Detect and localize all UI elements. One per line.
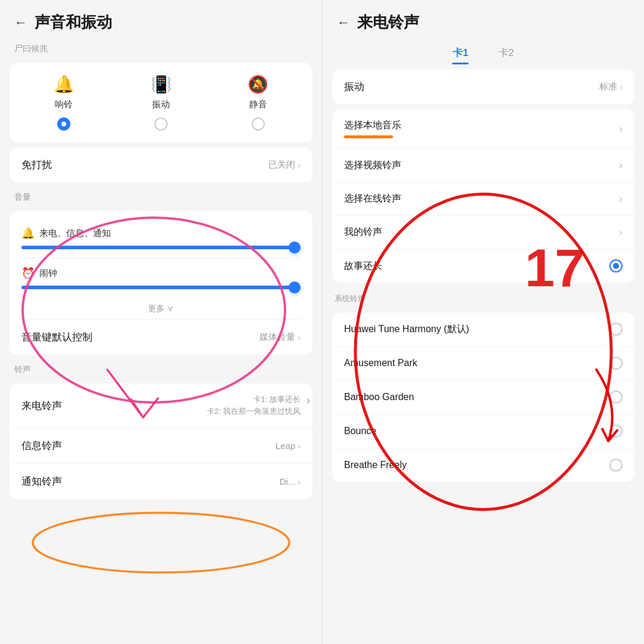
local-music-content: 选择本地音乐 bbox=[344, 119, 401, 138]
radio-4[interactable] bbox=[609, 459, 623, 472]
mode-selector: 🔔 响铃 📳 振动 🔕 静音 bbox=[10, 63, 312, 143]
call-volume-item: 🔔 来电、信息、通知 bbox=[21, 221, 301, 255]
call-ringtone-chevron: › bbox=[306, 394, 310, 407]
divider2 bbox=[21, 319, 301, 320]
local-music-row[interactable]: 选择本地音乐 › bbox=[332, 109, 634, 149]
message-ringtone-row[interactable]: 信息铃声 Leap › bbox=[10, 428, 312, 464]
notify-ringtone-label: 通知铃声 bbox=[21, 475, 62, 488]
online-ringtone-row[interactable]: 选择在线铃声 › bbox=[332, 182, 634, 216]
alarm-volume-slider[interactable] bbox=[21, 286, 301, 289]
message-ringtone-label: 信息铃声 bbox=[21, 439, 62, 453]
orange-progress-bar bbox=[344, 135, 393, 138]
call-volume-thumb[interactable] bbox=[289, 242, 301, 253]
right-header: ← 来电铃声 bbox=[323, 0, 644, 39]
video-ringtone-chevron: › bbox=[619, 159, 623, 172]
ringtone-name-3: Bounce bbox=[344, 426, 376, 436]
vibrate-chevron: › bbox=[620, 82, 623, 92]
local-music-chevron: › bbox=[619, 123, 623, 135]
mode-silent[interactable]: 🔕 静音 bbox=[209, 75, 306, 131]
alarm-volume-label: ⏰ 闹钟 bbox=[21, 267, 301, 280]
message-ringtone-value: Leap › bbox=[275, 441, 301, 451]
svg-point-1 bbox=[33, 513, 289, 572]
silent-label: 静音 bbox=[249, 99, 267, 110]
left-header: ← 声音和振动 bbox=[0, 0, 322, 39]
call-ringtone-row[interactable]: 来电铃声 卡1: 故事还长 卡2: 我在那一角落患过忧风 › bbox=[10, 383, 312, 428]
mode-vibrate[interactable]: 📳 振动 bbox=[113, 75, 210, 131]
tab-card1[interactable]: 卡1 bbox=[453, 46, 468, 64]
vibrate-label: 振动 bbox=[344, 80, 364, 94]
volume-section-label: 音量 bbox=[0, 187, 322, 206]
system-section-label: 系统铃声 bbox=[323, 287, 644, 308]
ringtone-label: 响铃 bbox=[55, 99, 73, 110]
volume-key-label: 音量键默认控制 bbox=[21, 330, 92, 344]
my-ringtone-label: 我的铃声 bbox=[344, 226, 382, 239]
more-button[interactable]: 更多 ∨ bbox=[21, 295, 301, 317]
alarm-volume-thumb[interactable] bbox=[289, 281, 301, 293]
tabs-row: 卡1 卡2 bbox=[323, 39, 644, 64]
story-radio[interactable] bbox=[609, 259, 623, 273]
dnd-chevron: › bbox=[298, 160, 301, 170]
ringtone-name-2: Bamboo Garden bbox=[344, 392, 414, 402]
tab-card2[interactable]: 卡2 bbox=[499, 46, 514, 64]
call-volume-label: 🔔 来电、信息、通知 bbox=[21, 227, 301, 240]
volume-key-value: 媒体音量 › bbox=[259, 332, 301, 343]
online-ringtone-chevron: › bbox=[619, 193, 623, 205]
volume-key-row[interactable]: 音量键默认控制 媒体音量 › bbox=[21, 322, 301, 345]
story-label: 故事还长 bbox=[344, 260, 382, 273]
radio-3[interactable] bbox=[609, 425, 623, 438]
volume-section: 🔔 来电、信息、通知 ⏰ 闹钟 更多 ∨ 音量键默认控制 媒体音量 bbox=[10, 211, 312, 355]
mode-ringtone[interactable]: 🔔 响铃 bbox=[16, 75, 113, 131]
alarm-volume-item: ⏰ 闹钟 bbox=[21, 261, 301, 295]
alarm-icon: ⏰ bbox=[21, 267, 35, 280]
notify-ringtone-value: Di... › bbox=[280, 476, 301, 487]
ringtone-section: 来电铃声 卡1: 故事还长 卡2: 我在那一角落患过忧风 › 信息铃声 Leap… bbox=[10, 383, 312, 499]
radio-0[interactable] bbox=[609, 323, 623, 336]
call-ringtone-label: 来电铃声 bbox=[21, 399, 62, 413]
list-item-3[interactable]: Bounce bbox=[332, 414, 634, 448]
vibrate-row[interactable]: 振动 标准 › bbox=[332, 69, 634, 104]
user-section-label: 尸曰候兆 bbox=[0, 39, 322, 58]
notify-ringtone-row[interactable]: 通知铃声 Di... › bbox=[10, 464, 312, 499]
left-panel: ← 声音和振动 尸曰候兆 🔔 响铃 📳 振动 🔕 静音 免打扰 已关闭 › 音量 bbox=[0, 0, 322, 644]
vibrate-label: 振动 bbox=[152, 99, 170, 110]
divider1 bbox=[21, 258, 301, 258]
video-ringtone-label: 选择视频铃声 bbox=[344, 159, 401, 172]
list-item-1[interactable]: Amusement Park bbox=[332, 346, 634, 380]
call-volume-slider[interactable] bbox=[21, 246, 301, 249]
message-chevron: › bbox=[298, 441, 301, 451]
ringtone-name-0: Huawei Tune Harmony (默认) bbox=[344, 323, 469, 336]
my-ringtone-chevron: › bbox=[619, 226, 623, 239]
call-ringtone-value: 卡1: 故事还长 卡2: 我在那一角落患过忧风 › bbox=[207, 394, 301, 417]
vibrate-icon: 📳 bbox=[151, 75, 172, 94]
ringtone-name-4: Breathe Freely bbox=[344, 460, 407, 470]
vibrate-value: 标准 › bbox=[599, 81, 623, 92]
left-back-button[interactable]: ← bbox=[14, 15, 27, 30]
volume-key-chevron: › bbox=[298, 333, 301, 342]
ringtone-options: 选择本地音乐 › 选择视频铃声 › 选择在线铃声 › 我的铃声 › 故事还长 bbox=[332, 109, 634, 283]
system-ringtones: Huawei Tune Harmony (默认) Amusement Park … bbox=[332, 312, 634, 482]
list-item-2[interactable]: Bamboo Garden bbox=[332, 380, 634, 414]
right-panel: 17 ← 来电铃声 卡1 卡2 振动 标准 › 选择本地音乐 › 选择视频铃声 … bbox=[322, 0, 644, 644]
right-back-button[interactable]: ← bbox=[337, 15, 350, 30]
list-item-0[interactable]: Huawei Tune Harmony (默认) bbox=[332, 312, 634, 346]
radio-1[interactable] bbox=[609, 357, 623, 370]
left-title: 声音和振动 bbox=[35, 12, 112, 33]
right-title: 来电铃声 bbox=[357, 12, 419, 33]
silent-radio[interactable] bbox=[252, 117, 265, 131]
bell-icon: 🔔 bbox=[21, 227, 35, 240]
ringtone-name-1: Amusement Park bbox=[344, 358, 417, 369]
ringtone-icon: 🔔 bbox=[54, 75, 75, 94]
radio-2[interactable] bbox=[609, 391, 623, 404]
dnd-row[interactable]: 免打扰 已关闭 › bbox=[10, 147, 312, 182]
story-row[interactable]: 故事还长 bbox=[332, 249, 634, 283]
online-ringtone-label: 选择在线铃声 bbox=[344, 193, 401, 205]
video-ringtone-row[interactable]: 选择视频铃声 › bbox=[332, 149, 634, 182]
dnd-value: 已关闭 › bbox=[268, 159, 301, 171]
my-ringtone-row[interactable]: 我的铃声 › bbox=[332, 216, 634, 249]
silent-icon: 🔕 bbox=[247, 75, 268, 94]
ringtone-radio[interactable] bbox=[57, 117, 70, 131]
ringtone-section-label: 铃声 bbox=[0, 360, 322, 379]
dnd-label: 免打扰 bbox=[21, 158, 52, 172]
list-item-4[interactable]: Breathe Freely bbox=[332, 448, 634, 482]
vibrate-radio[interactable] bbox=[154, 117, 168, 131]
